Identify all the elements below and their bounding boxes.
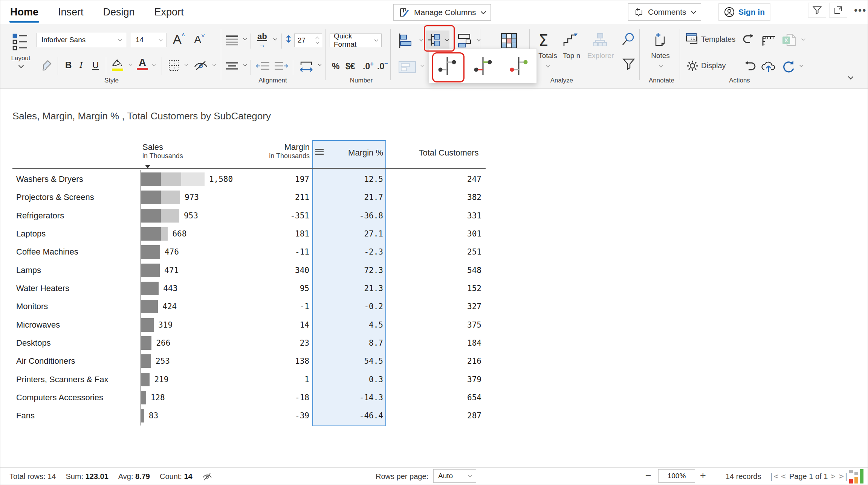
explorer-button[interactable] <box>593 33 608 48</box>
analyze-filter-button[interactable] <box>622 58 636 71</box>
more-options-button[interactable]: ••• <box>849 3 868 18</box>
display-label[interactable]: Display <box>701 61 746 70</box>
zoom-out-button[interactable]: − <box>645 470 651 482</box>
table-row[interactable]: Computers Accessories128-18-14.3654 <box>0 389 490 407</box>
top-n-button[interactable] <box>563 33 578 48</box>
underline-button[interactable]: U <box>92 60 99 70</box>
fit-width-button[interactable] <box>299 60 314 73</box>
table-row[interactable]: Microwaves319144.5375 <box>0 316 490 334</box>
table-row[interactable]: Monitors424-1-0.2327 <box>0 297 490 316</box>
notes-label[interactable]: Notes <box>645 52 675 60</box>
increase-decimal-button[interactable]: .0+ <box>363 61 374 72</box>
redo-icon[interactable] <box>743 61 757 73</box>
tab-home[interactable]: Home <box>10 6 38 22</box>
table-row[interactable]: Air Conditioners25313854.5216 <box>0 352 490 370</box>
next-page-button[interactable]: > <box>831 472 836 481</box>
expand-button[interactable] <box>829 3 847 18</box>
totals-chevron-icon[interactable] <box>546 64 550 68</box>
refresh-icon[interactable] <box>781 60 795 73</box>
tab-design[interactable]: Design <box>103 6 135 22</box>
currency-format-button[interactable]: $€ <box>345 61 355 72</box>
format-painter-icon[interactable] <box>40 59 52 72</box>
notes-icon[interactable] <box>653 32 667 47</box>
table-row[interactable]: Coffee Machines476-11-2.3251 <box>0 243 490 261</box>
table-row[interactable]: Laptops66818127.1301 <box>0 225 490 243</box>
layout-chevron-icon[interactable] <box>18 63 24 68</box>
column-header-margin-pct[interactable]: Margin % <box>321 148 383 158</box>
templates-label[interactable]: Templates <box>701 35 746 44</box>
conditional-format-button[interactable] <box>398 61 416 73</box>
last-page-button[interactable]: >| <box>839 472 848 481</box>
first-page-button[interactable]: |< <box>769 472 778 481</box>
lollipop-variant-colored-dots[interactable] <box>507 54 531 78</box>
italic-button[interactable]: I <box>79 60 83 70</box>
grow-font-button[interactable]: A˄ <box>173 32 185 47</box>
column-header-total-customers[interactable]: Total Customers <box>409 148 488 158</box>
table-row[interactable]: Desktops266238.7184 <box>0 334 490 352</box>
refresh-chevron-icon[interactable] <box>799 63 803 67</box>
column-header-margin[interactable]: Margin in Thousands <box>234 142 310 160</box>
layout-icon[interactable] <box>12 33 29 52</box>
table-row[interactable]: Fans83-39-46.4287 <box>0 407 490 425</box>
horizontal-align-button[interactable] <box>225 61 239 70</box>
wrap-text-chevron-icon[interactable] <box>274 37 277 41</box>
wrap-text-button[interactable]: ab → <box>257 33 267 49</box>
tab-export[interactable]: Export <box>154 6 184 22</box>
fit-width-chevron-icon[interactable] <box>318 63 322 66</box>
notes-chevron-icon[interactable] <box>659 64 663 68</box>
excel-export-chevron-icon[interactable] <box>802 37 805 41</box>
lollipop-variant-colored-lines[interactable] <box>471 54 495 78</box>
row-height-stepper[interactable]: 27 <box>294 34 322 47</box>
conditional-format-chevron-icon[interactable] <box>420 63 424 67</box>
rows-per-page-select[interactable]: Auto <box>433 469 476 483</box>
borders-button[interactable] <box>168 59 180 72</box>
collapse-ribbon-chevron-icon[interactable] <box>848 74 853 79</box>
bar-chart-chevron-icon[interactable] <box>420 38 423 41</box>
lollipop-chart-button[interactable] <box>428 33 442 47</box>
fill-color-chevron-icon[interactable] <box>129 63 133 66</box>
templates-icon[interactable] <box>686 33 699 46</box>
horizontal-align-chevron-icon[interactable] <box>243 63 247 66</box>
table-row[interactable]: Washers & Dryers1,58019712.5247 <box>0 170 490 188</box>
heatmap-button[interactable] <box>501 33 517 49</box>
prev-page-button[interactable]: < <box>781 472 786 481</box>
excel-export-icon[interactable]: X <box>782 33 797 47</box>
decrease-decimal-button[interactable]: .0− <box>377 61 388 72</box>
hide-values-chevron-icon[interactable] <box>212 63 216 66</box>
font-size-select[interactable]: 14 <box>131 33 167 47</box>
ruler-icon[interactable] <box>761 33 776 46</box>
font-color-button[interactable]: A <box>137 58 148 70</box>
sign-in-button[interactable]: Sign in <box>718 3 770 21</box>
quick-format-select[interactable]: Quick Format <box>330 34 382 47</box>
lollipop-variant-plain[interactable] <box>435 54 459 78</box>
top-n-label[interactable]: Top n <box>557 52 586 60</box>
font-color-chevron-icon[interactable] <box>152 63 156 66</box>
bold-button[interactable]: B <box>65 60 72 70</box>
totals-button[interactable]: Σ <box>538 31 549 50</box>
zoom-in-button[interactable]: + <box>700 470 706 482</box>
undo-icon[interactable] <box>742 34 756 46</box>
fill-color-button[interactable] <box>111 58 124 71</box>
zoom-level-box[interactable]: 100% <box>658 469 695 483</box>
vertical-align-button[interactable] <box>225 35 239 46</box>
shrink-font-button[interactable]: A˅ <box>194 34 205 46</box>
table-row[interactable]: Lamps47134072.3548 <box>0 261 490 279</box>
font-family-select[interactable]: Inforiver Sans <box>37 33 126 47</box>
filter-button[interactable] <box>808 3 826 18</box>
table-row[interactable]: Printers, Scanners & Fax21910.3379 <box>0 371 490 389</box>
combo-chart-button[interactable] <box>457 33 474 49</box>
display-gear-icon[interactable] <box>686 60 698 72</box>
bar-chart-button[interactable] <box>398 33 416 49</box>
decrease-indent-button[interactable] <box>256 61 270 71</box>
borders-chevron-icon[interactable] <box>185 63 188 66</box>
comments-button[interactable]: Comments <box>628 3 701 21</box>
layout-label[interactable]: Layout <box>6 55 36 62</box>
increase-indent-button[interactable] <box>274 61 288 71</box>
hide-stats-icon[interactable] <box>202 473 212 481</box>
tab-insert[interactable]: Insert <box>58 6 84 22</box>
table-row[interactable]: Water Heaters4439521.3152 <box>0 279 490 297</box>
table-row[interactable]: Projectors & Screens97321121.7382 <box>0 188 490 206</box>
hide-values-button[interactable] <box>193 60 208 71</box>
manage-columns-button[interactable]: Manage Columns <box>393 4 491 21</box>
vertical-align-chevron-icon[interactable] <box>243 37 247 41</box>
